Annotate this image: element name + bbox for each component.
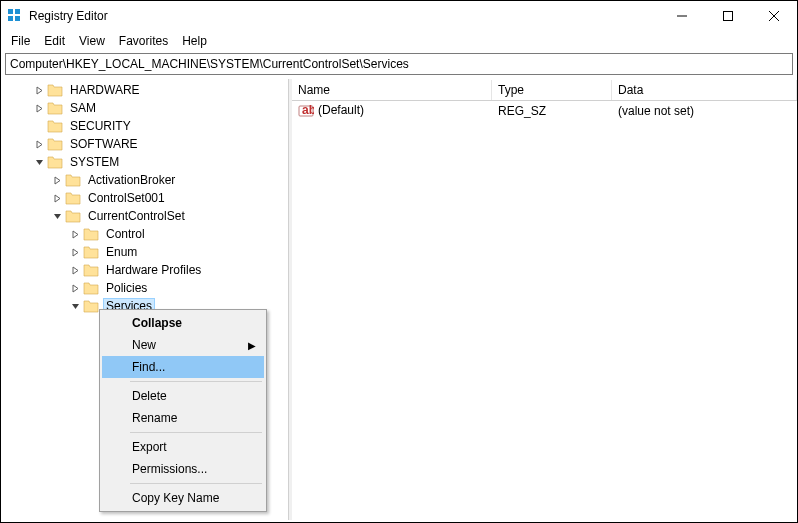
folder-icon <box>65 209 81 223</box>
context-separator <box>130 483 262 484</box>
tree-row[interactable]: SECURITY <box>1 117 288 135</box>
tree-row[interactable]: Enum <box>1 243 288 261</box>
chevron-right-icon[interactable] <box>67 244 83 260</box>
menu-help[interactable]: Help <box>176 32 213 50</box>
context-separator <box>130 432 262 433</box>
folder-icon <box>47 137 63 151</box>
context-rename[interactable]: Rename <box>102 407 264 429</box>
folder-icon <box>47 83 63 97</box>
context-permissions-label: Permissions... <box>132 462 207 476</box>
chevron-right-icon[interactable] <box>67 262 83 278</box>
tree-row[interactable]: Control <box>1 225 288 243</box>
tree-label: ControlSet001 <box>85 190 168 206</box>
menu-view[interactable]: View <box>73 32 111 50</box>
chevron-right-icon[interactable] <box>49 190 65 206</box>
tree-label: SOFTWARE <box>67 136 141 152</box>
tree-row[interactable]: ControlSet001 <box>1 189 288 207</box>
menu-favorites[interactable]: Favorites <box>113 32 174 50</box>
list-pane[interactable]: Name Type Data ab(Default) REG_SZ (value… <box>292 79 797 520</box>
chevron-right-icon[interactable] <box>49 172 65 188</box>
folder-icon <box>47 101 63 115</box>
svg-rect-1 <box>15 9 20 14</box>
tree-label: Policies <box>103 280 150 296</box>
app-icon <box>7 8 23 24</box>
value-type: REG_SZ <box>492 103 612 119</box>
context-menu: Collapse New▶ Find... Delete Rename Expo… <box>99 309 267 512</box>
context-delete-label: Delete <box>132 389 167 403</box>
context-delete[interactable]: Delete <box>102 385 264 407</box>
context-find-label: Find... <box>132 360 165 374</box>
list-header: Name Type Data <box>292 79 797 101</box>
tree-row[interactable]: SYSTEM <box>1 153 288 171</box>
folder-icon <box>65 191 81 205</box>
tree-row[interactable]: Hardware Profiles <box>1 261 288 279</box>
address-text: Computer\HKEY_LOCAL_MACHINE\SYSTEM\Curre… <box>10 57 409 71</box>
folder-icon <box>83 227 99 241</box>
context-export-label: Export <box>132 440 167 454</box>
context-permissions[interactable]: Permissions... <box>102 458 264 480</box>
tree-row[interactable]: SOFTWARE <box>1 135 288 153</box>
string-value-icon: ab <box>298 103 314 119</box>
chevron-right-icon[interactable] <box>67 226 83 242</box>
chevron-right-icon[interactable] <box>67 280 83 296</box>
chevron-down-icon[interactable] <box>67 298 83 314</box>
column-type[interactable]: Type <box>492 80 612 100</box>
window-title: Registry Editor <box>29 9 108 23</box>
chevron-right-icon[interactable] <box>31 100 47 116</box>
context-new-label: New <box>132 338 156 352</box>
tree-label: SAM <box>67 100 99 116</box>
tree-row[interactable]: CurrentControlSet <box>1 207 288 225</box>
folder-icon <box>47 155 63 169</box>
menu-bar: File Edit View Favorites Help <box>1 31 797 51</box>
tree-label: ActivationBroker <box>85 172 178 188</box>
column-data[interactable]: Data <box>612 80 797 100</box>
folder-icon <box>83 281 99 295</box>
list-row[interactable]: ab(Default) REG_SZ (value not set) <box>292 101 797 119</box>
chevron-down-icon[interactable] <box>31 154 47 170</box>
title-bar: Registry Editor <box>1 1 797 31</box>
chevron-right-icon[interactable] <box>31 82 47 98</box>
context-export[interactable]: Export <box>102 436 264 458</box>
context-rename-label: Rename <box>132 411 177 425</box>
tree-label: SECURITY <box>67 118 134 134</box>
context-copy-key-name[interactable]: Copy Key Name <box>102 487 264 509</box>
context-new[interactable]: New▶ <box>102 334 264 356</box>
tree-label: CurrentControlSet <box>85 208 188 224</box>
context-separator <box>130 381 262 382</box>
tree-row[interactable]: HARDWARE <box>1 81 288 99</box>
maximize-button[interactable] <box>705 1 751 31</box>
svg-text:ab: ab <box>302 103 314 117</box>
column-name[interactable]: Name <box>292 80 492 100</box>
value-name: (Default) <box>318 103 364 117</box>
tree-row[interactable]: ActivationBroker <box>1 171 288 189</box>
tree-label: HARDWARE <box>67 82 143 98</box>
folder-icon <box>83 245 99 259</box>
menu-file[interactable]: File <box>5 32 36 50</box>
menu-edit[interactable]: Edit <box>38 32 71 50</box>
tree-row[interactable]: Policies <box>1 279 288 297</box>
close-button[interactable] <box>751 1 797 31</box>
address-bar[interactable]: Computer\HKEY_LOCAL_MACHINE\SYSTEM\Curre… <box>5 53 793 75</box>
folder-icon <box>65 173 81 187</box>
minimize-button[interactable] <box>659 1 705 31</box>
folder-icon <box>83 263 99 277</box>
svg-rect-0 <box>8 9 13 14</box>
tree-label: SYSTEM <box>67 154 122 170</box>
context-collapse[interactable]: Collapse <box>102 312 264 334</box>
submenu-arrow-icon: ▶ <box>248 340 256 351</box>
tree-label: Enum <box>103 244 140 260</box>
context-copy-key-name-label: Copy Key Name <box>132 491 219 505</box>
folder-icon <box>83 299 99 313</box>
svg-rect-2 <box>8 16 13 21</box>
tree-row[interactable]: SAM <box>1 99 288 117</box>
tree-label: Control <box>103 226 148 242</box>
context-collapse-label: Collapse <box>132 316 182 330</box>
context-find[interactable]: Find... <box>102 356 264 378</box>
chevron-down-icon[interactable] <box>49 208 65 224</box>
value-name-cell: ab(Default) <box>292 102 492 120</box>
svg-rect-3 <box>15 16 20 21</box>
svg-rect-5 <box>724 12 733 21</box>
folder-icon <box>47 119 63 133</box>
chevron-right-icon[interactable] <box>31 136 47 152</box>
tree-label: Hardware Profiles <box>103 262 204 278</box>
